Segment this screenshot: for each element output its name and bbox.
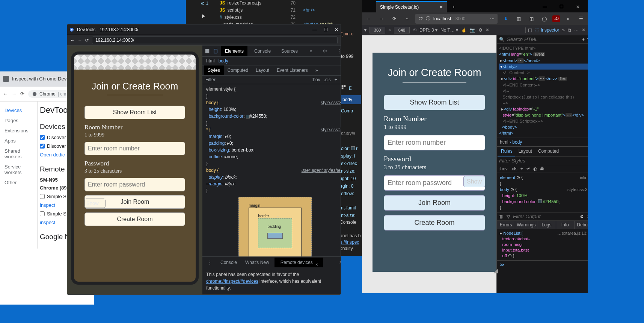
print-icon[interactable]: 🖶 bbox=[540, 166, 544, 171]
add-rule-icon[interactable]: + bbox=[520, 166, 523, 171]
subtab-computed[interactable]: Computed bbox=[224, 65, 252, 75]
open-dedicated-link[interactable]: Open dedic bbox=[40, 152, 65, 158]
devtools-menu-icon[interactable]: ⋯ bbox=[574, 27, 579, 33]
tab-console[interactable]: Console bbox=[217, 258, 240, 267]
subtab-styles[interactable]: Styles bbox=[204, 65, 224, 75]
create-room-button[interactable]: Create Room bbox=[384, 215, 485, 230]
forward-icon[interactable]: → bbox=[377, 16, 386, 21]
maximize-icon[interactable]: ☐ bbox=[324, 27, 328, 32]
file-item[interactable]: JS script.js bbox=[220, 6, 261, 14]
close-icon[interactable]: ✕ bbox=[335, 27, 338, 32]
tab-debug[interactable]: Debug bbox=[575, 221, 588, 229]
rdm-height[interactable] bbox=[394, 27, 410, 33]
tab-warnings[interactable]: Warnings bbox=[515, 221, 537, 229]
more-icon[interactable]: » bbox=[562, 27, 565, 33]
cls-toggle[interactable]: .cls bbox=[324, 77, 331, 82]
forward-icon[interactable]: → bbox=[12, 91, 17, 97]
back-icon[interactable]: ← bbox=[364, 16, 373, 21]
tab-whatsnew[interactable]: What's New bbox=[242, 258, 272, 267]
forward-icon[interactable]: → bbox=[78, 38, 82, 43]
minimize-icon[interactable]: — bbox=[312, 27, 317, 32]
home-icon[interactable]: ⌂ bbox=[403, 16, 412, 21]
settings-icon[interactable]: ⚙ bbox=[580, 214, 584, 219]
resize-handle[interactable] bbox=[493, 269, 498, 273]
rdm-settings-icon[interactable]: ⚙ bbox=[478, 27, 483, 33]
trash-icon[interactable]: 🗑 bbox=[499, 214, 504, 219]
overflow-icon[interactable]: » bbox=[564, 16, 573, 21]
minimize-icon[interactable]: — bbox=[537, 1, 553, 12]
room-number-input[interactable] bbox=[84, 142, 185, 155]
css-rules[interactable]: inlineelement ⊙ { } style.css:30body ⊙ {… bbox=[497, 173, 588, 212]
reload-icon[interactable]: ⟳ bbox=[20, 91, 24, 97]
breadcrumb[interactable]: html › body bbox=[497, 138, 588, 147]
sidebar-item-pages[interactable]: Pages bbox=[0, 115, 37, 126]
tab-computed[interactable]: Computed bbox=[535, 147, 561, 156]
account-icon[interactable]: ◯ bbox=[540, 16, 549, 21]
tab-logs[interactable]: Logs bbox=[537, 221, 556, 229]
join-room-button[interactable]: Join Room bbox=[384, 195, 485, 211]
back-icon[interactable]: ← bbox=[3, 91, 8, 97]
drawer-close-icon[interactable]: ✕ bbox=[336, 258, 341, 267]
settings-icon[interactable]: ⚙ bbox=[319, 46, 331, 56]
password-input[interactable] bbox=[84, 178, 185, 191]
url-bar[interactable]: 🛡 ⓘ localhost:3000 ⋯ bbox=[415, 14, 498, 24]
new-tab-icon[interactable]: + bbox=[448, 2, 459, 12]
sidebar-item-devices[interactable]: Devices bbox=[0, 105, 37, 115]
url-field[interactable]: 192.168.2.14:3000/ bbox=[92, 36, 338, 44]
inspect-link[interactable]: inspect bbox=[40, 202, 55, 208]
reload-icon[interactable]: ⟳ bbox=[85, 38, 89, 43]
cls-toggle[interactable]: .cls bbox=[511, 166, 517, 171]
rdm-close-icon[interactable]: ✕ bbox=[486, 27, 489, 33]
tab-errors[interactable]: Errors bbox=[497, 221, 515, 229]
inspect-link[interactable]: inspect bbox=[40, 220, 55, 225]
chrome-inspect-link[interactable]: chrome://inspect/#devices bbox=[206, 279, 258, 284]
downloads-icon[interactable]: ⬇ bbox=[501, 16, 510, 21]
more-icon[interactable]: ⋮ bbox=[334, 46, 341, 56]
reload-icon[interactable]: ⟳ bbox=[390, 16, 399, 21]
touch-icon[interactable]: ☝ bbox=[461, 27, 467, 33]
file-item[interactable]: # style.css bbox=[220, 14, 261, 21]
page-actions-icon[interactable]: ⋯ bbox=[490, 16, 495, 21]
rdm-width[interactable] bbox=[370, 27, 385, 33]
throttle-select[interactable]: No T… ▾ bbox=[440, 27, 458, 33]
room-number-input[interactable] bbox=[384, 135, 485, 150]
dark-icon[interactable]: ◐ bbox=[533, 166, 537, 171]
device-toggle-icon[interactable] bbox=[213, 49, 218, 54]
sidebar-item-shared[interactable]: Shared workers bbox=[0, 146, 37, 162]
filter-input[interactable]: Filter bbox=[205, 77, 216, 82]
tab-console[interactable]: Console bbox=[250, 46, 274, 56]
dom-tree[interactable]: <!DOCTYPE html> <html lang="en"> event ▸… bbox=[497, 44, 588, 138]
console-prompt[interactable]: ≫ bbox=[497, 260, 588, 269]
back-icon[interactable]: ← bbox=[70, 38, 75, 43]
tab-info[interactable]: Info bbox=[556, 221, 575, 229]
subtab-events[interactable]: Event Listeners bbox=[273, 65, 312, 75]
tab-remote-devices[interactable]: Remote devices × bbox=[274, 258, 323, 267]
devtools-close-icon[interactable]: ✕ bbox=[582, 27, 585, 33]
close-tab-icon[interactable]: ✕ bbox=[439, 5, 443, 10]
filter-output-input[interactable] bbox=[513, 214, 577, 219]
inspect-icon[interactable] bbox=[205, 49, 210, 54]
rotate-icon[interactable]: ⟲ bbox=[413, 27, 416, 33]
close-icon[interactable]: ✕ bbox=[570, 1, 586, 12]
add-rule-icon[interactable]: + bbox=[335, 77, 337, 82]
ublock-icon[interactable]: uO bbox=[552, 15, 560, 22]
sidebar-item-service[interactable]: Service workers bbox=[0, 162, 37, 177]
rdm-icon[interactable]: ⧉ bbox=[568, 27, 571, 33]
dpr-select[interactable]: DPR: 3 ▾ bbox=[419, 27, 437, 33]
menu-icon[interactable]: ☰ bbox=[576, 16, 585, 21]
drawer-menu-icon[interactable]: ⋮ bbox=[205, 258, 215, 267]
more-tabs-icon[interactable]: » bbox=[306, 46, 316, 56]
show-password-toggle[interactable]: Show bbox=[84, 199, 106, 208]
tab-rules[interactable]: Rules bbox=[498, 147, 515, 156]
sidebar-item-apps[interactable]: Apps bbox=[0, 136, 37, 146]
tab-layout[interactable]: Layout bbox=[516, 147, 535, 156]
file-item[interactable]: JS resizeTextarea.js bbox=[220, 0, 261, 6]
eyedropper-icon[interactable]: ✎ bbox=[587, 37, 588, 42]
maximize-icon[interactable]: ☐ bbox=[553, 1, 570, 12]
show-room-list-button[interactable]: Show Room List bbox=[384, 95, 485, 110]
more-icon[interactable]: » bbox=[312, 65, 322, 75]
show-room-list-button[interactable]: Show Room List bbox=[84, 106, 185, 119]
sidebar-icon[interactable]: ◫ bbox=[527, 16, 536, 21]
screenshot-icon[interactable]: 📷 bbox=[470, 27, 475, 33]
hov-toggle[interactable]: :hov bbox=[312, 77, 320, 82]
